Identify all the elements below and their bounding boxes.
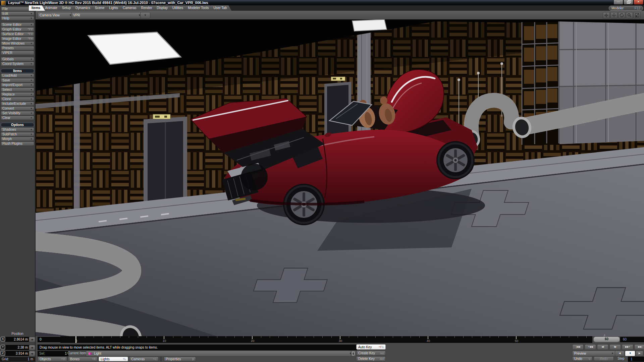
prev-keyframe-button[interactable]: +◀◀ [585, 344, 596, 350]
item-tab-bones[interactable]: Bones+B [68, 357, 98, 361]
grid-size-display: Grid: 1 m [0, 357, 35, 362]
chevron-down-icon: ▼ [30, 23, 33, 26]
items-section-header: Items [1, 69, 34, 73]
go-to-start-button[interactable]: |◀◀ [572, 344, 584, 350]
current-frame-field[interactable]: 0 [38, 337, 61, 342]
chevron-down-icon: ▼ [30, 93, 33, 96]
rotate-view-icon[interactable] [618, 12, 625, 18]
minimize-button[interactable]: — [613, 0, 623, 5]
replace-button[interactable]: Replace▼ [1, 92, 34, 97]
create-key-button[interactable]: Create Key ret [356, 351, 386, 356]
timeline-ruler[interactable]: 0 10 20 30 40 50 60 [60, 336, 592, 343]
tab-render[interactable]: Render [138, 5, 157, 11]
graph-editor-button[interactable]: Graph Editor^F2 [1, 27, 34, 32]
fit-view-icon[interactable] [634, 12, 641, 18]
chevron-down-icon: ▼ [30, 88, 33, 92]
viewport-render[interactable] [36, 19, 644, 336]
axis-z-toggle[interactable]: Z [1, 351, 5, 355]
tab-utilities[interactable]: Utilities [170, 5, 188, 11]
axis-z-value[interactable]: 3.914 m [5, 351, 30, 356]
axis-x-toggle[interactable]: X [1, 337, 5, 341]
undo-button[interactable]: Undou [572, 356, 592, 361]
end-frame-field[interactable]: 60 [620, 337, 644, 342]
pan-view-icon[interactable] [610, 12, 618, 18]
render-mode-dropdown[interactable]: VPR ▼ [71, 12, 143, 18]
timeline-end-handle[interactable]: 60 [593, 337, 620, 342]
auto-key-button[interactable]: Auto Key +F1 [356, 344, 386, 350]
presets-button[interactable]: Presets [1, 46, 34, 50]
import-export-button[interactable]: Import/Export▼ [1, 83, 34, 87]
set-visibility-button[interactable]: Set Visibility▼ [1, 111, 34, 115]
step-back-button[interactable]: ◀‖ [597, 344, 608, 350]
load-add-button[interactable]: Load/Add▼ [1, 73, 34, 78]
tab-user-tab[interactable]: User Tab [211, 5, 231, 11]
main-tab-bar: Items Animate Setup Dynamics Scene Light… [0, 5, 644, 11]
position-panel-title: Position [0, 332, 35, 336]
menu-help[interactable]: Help▼ [1, 16, 34, 20]
axis-y-value[interactable]: 2.38 m [5, 345, 30, 350]
item-list-button[interactable] [351, 351, 356, 357]
center-item-icon[interactable] [603, 12, 610, 18]
select-button[interactable]: Select▼ [1, 87, 34, 92]
clone-button[interactable]: Clone▼ [1, 97, 34, 101]
tab-animate[interactable]: Animate [42, 5, 62, 11]
convert-button[interactable]: Convert▼ [1, 106, 34, 111]
axis-y-stepper[interactable]: ◀▶ [29, 345, 35, 350]
axis-z-stepper[interactable]: ◀▶ [29, 351, 35, 356]
step-field[interactable]: 1 [628, 357, 644, 362]
tick-label: 30 [336, 339, 345, 343]
flush-plugins-button[interactable]: Flush Plugins [1, 141, 34, 146]
close-button[interactable]: × [634, 0, 643, 5]
tab-modeler-tools[interactable]: Modeler Tools [185, 5, 213, 11]
morph-button[interactable]: Morph▼ [1, 137, 34, 141]
chevron-down-icon: ▼ [144, 13, 147, 18]
redo-button[interactable]: Redo [594, 356, 614, 361]
current-item-value: Light [94, 351, 101, 356]
next-keyframe-button[interactable]: ▶▶+ [622, 344, 633, 350]
tab-display[interactable]: Display [154, 5, 172, 11]
axis-x-value[interactable]: 2.8614 m [5, 337, 30, 342]
scene-editor-button[interactable]: Scene Editor▼ [1, 22, 34, 27]
title-bar[interactable]: Layout™ NewTek LightWave 3D ® HC Rev 201… [0, 0, 644, 5]
play-reverse-button[interactable]: ◀ [615, 351, 625, 356]
restore-button[interactable] [624, 0, 633, 5]
play-button[interactable]: ▶ [636, 351, 643, 356]
step-forward-button[interactable]: ‖▶ [609, 344, 621, 350]
car-wheel-rear [436, 141, 475, 179]
delete-key-button[interactable]: Delete Key del [356, 356, 386, 361]
item-tab-cameras[interactable]: Cameras+C [129, 357, 159, 361]
chevron-down-icon: ▼ [30, 128, 33, 131]
zoom-view-icon[interactable] [626, 12, 633, 18]
go-to-end-button[interactable]: ▶▶| [634, 344, 644, 350]
surface-editor-button[interactable]: Surface Editor^F3 [1, 32, 34, 36]
include-exclude-button[interactable]: Include/Exclude▼ [1, 102, 34, 106]
more-windows-button[interactable]: More Windows▼ [1, 41, 34, 46]
item-tab-objects[interactable]: Objects+O [38, 357, 67, 361]
tab-cameras[interactable]: Cameras [120, 5, 141, 11]
divider [161, 357, 161, 361]
preview-dropdown[interactable]: Preview ▼ [572, 351, 616, 356]
chevron-down-icon: ▼ [30, 78, 33, 82]
coord-system-button[interactable]: Coord System▼ [1, 62, 34, 66]
save-button[interactable]: Save▼ [1, 78, 34, 82]
image-editor-button[interactable]: Image Editor^F4 [1, 37, 34, 41]
selection-count-field: Sel: 1 [38, 351, 68, 356]
item-tab-lights[interactable]: Lights+L [99, 357, 128, 361]
subpatch-button[interactable]: SubPatch▼ [1, 132, 34, 136]
viewport-options-dropdown[interactable]: ▼ [140, 12, 150, 18]
window-title: Layout™ NewTek LightWave 3D ® HC Rev 201… [8, 0, 208, 5]
clear-button[interactable]: Clear▼ [1, 116, 34, 120]
current-item-dropdown[interactable]: Light ▼ [86, 351, 354, 357]
tab-dynamics[interactable]: Dynamics [73, 5, 95, 11]
view-mode-dropdown[interactable]: Camera View ▼ [38, 12, 74, 18]
axis-x-stepper[interactable]: ◀▶ [29, 337, 35, 342]
shadows-button[interactable]: Shadows▼ [1, 127, 34, 132]
properties-button[interactable]: Propertiesp [164, 357, 196, 361]
viper-button[interactable]: VIPER [1, 51, 34, 55]
menu-edit[interactable]: Edit▼ [1, 11, 34, 16]
modeler-launch-button[interactable]: Modeler F12 [609, 6, 643, 11]
globals-button[interactable]: Globals▼ [1, 57, 34, 61]
pause-button[interactable]: ‖ [625, 351, 635, 356]
scene-3d [36, 19, 644, 336]
axis-y-toggle[interactable]: Y [1, 345, 5, 349]
